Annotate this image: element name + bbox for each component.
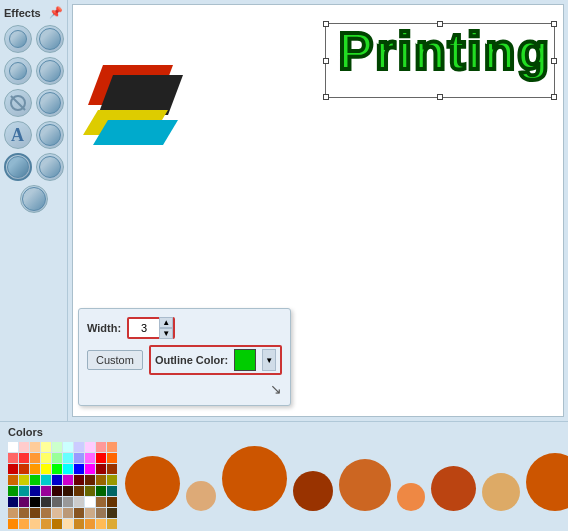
color-cell[interactable] — [52, 508, 62, 518]
color-cell[interactable] — [41, 464, 51, 474]
color-circle[interactable] — [482, 473, 520, 511]
tool-text[interactable]: A — [4, 121, 32, 149]
color-cell[interactable] — [96, 486, 106, 496]
width-input[interactable] — [129, 322, 159, 334]
color-cell[interactable] — [85, 453, 95, 463]
color-circle[interactable] — [222, 446, 287, 511]
color-dropdown[interactable]: ▼ — [262, 349, 276, 371]
width-down[interactable]: ▼ — [159, 328, 173, 339]
color-cell[interactable] — [107, 475, 117, 485]
color-cell[interactable] — [8, 464, 18, 474]
color-cell[interactable] — [107, 508, 117, 518]
color-cell[interactable] — [30, 519, 40, 529]
color-cell[interactable] — [63, 497, 73, 507]
color-cell[interactable] — [8, 508, 18, 518]
color-cell[interactable] — [85, 475, 95, 485]
color-cell[interactable] — [74, 497, 84, 507]
color-cell[interactable] — [30, 486, 40, 496]
color-cell[interactable] — [30, 464, 40, 474]
tool-circle-5[interactable] — [36, 89, 64, 117]
color-circle[interactable] — [186, 481, 216, 511]
color-cell[interactable] — [96, 508, 106, 518]
color-cell[interactable] — [74, 508, 84, 518]
color-cell[interactable] — [8, 453, 18, 463]
tool-circle-1[interactable] — [4, 25, 32, 53]
color-cell[interactable] — [96, 475, 106, 485]
color-swatch[interactable] — [234, 349, 256, 371]
color-cell[interactable] — [41, 486, 51, 496]
color-cell[interactable] — [63, 519, 73, 529]
color-cell[interactable] — [19, 442, 29, 452]
color-cell[interactable] — [30, 497, 40, 507]
color-circle[interactable] — [431, 466, 476, 511]
color-cell[interactable] — [74, 486, 84, 496]
color-circle[interactable] — [125, 456, 180, 511]
custom-button[interactable]: Custom — [87, 350, 143, 370]
color-cell[interactable] — [19, 475, 29, 485]
color-circle[interactable] — [339, 459, 391, 511]
color-cell[interactable] — [107, 519, 117, 529]
color-cell[interactable] — [19, 486, 29, 496]
color-circle[interactable] — [293, 471, 333, 511]
color-cell[interactable] — [85, 497, 95, 507]
color-cell[interactable] — [41, 442, 51, 452]
color-cell[interactable] — [74, 519, 84, 529]
tool-circle-4[interactable] — [36, 57, 64, 85]
color-cell[interactable] — [96, 464, 106, 474]
color-cell[interactable] — [52, 453, 62, 463]
color-cell[interactable] — [74, 464, 84, 474]
color-cell[interactable] — [41, 453, 51, 463]
color-cell[interactable] — [52, 519, 62, 529]
color-cell[interactable] — [63, 464, 73, 474]
color-cell[interactable] — [19, 453, 29, 463]
color-cell[interactable] — [74, 453, 84, 463]
color-cell[interactable] — [30, 508, 40, 518]
color-cell[interactable] — [85, 519, 95, 529]
color-cell[interactable] — [96, 453, 106, 463]
color-cell[interactable] — [52, 464, 62, 474]
tool-circle-8[interactable] — [36, 153, 64, 181]
color-cell[interactable] — [107, 442, 117, 452]
color-cell[interactable] — [96, 497, 106, 507]
color-cell[interactable] — [30, 442, 40, 452]
color-cell[interactable] — [19, 464, 29, 474]
color-cell[interactable] — [8, 519, 18, 529]
color-cell[interactable] — [74, 475, 84, 485]
color-cell[interactable] — [63, 453, 73, 463]
color-cell[interactable] — [96, 442, 106, 452]
color-cell[interactable] — [8, 442, 18, 452]
color-cell[interactable] — [19, 497, 29, 507]
tool-no[interactable] — [4, 89, 32, 117]
tool-circle-3[interactable] — [4, 57, 32, 85]
color-cell[interactable] — [85, 464, 95, 474]
color-cell[interactable] — [52, 497, 62, 507]
color-cell[interactable] — [107, 453, 117, 463]
color-cell[interactable] — [52, 475, 62, 485]
color-cell[interactable] — [19, 508, 29, 518]
color-cell[interactable] — [85, 508, 95, 518]
color-cell[interactable] — [30, 475, 40, 485]
color-cell[interactable] — [63, 475, 73, 485]
color-cell[interactable] — [85, 442, 95, 452]
color-circle[interactable] — [397, 483, 425, 511]
color-circle[interactable] — [526, 453, 568, 511]
color-cell[interactable] — [41, 497, 51, 507]
color-cell[interactable] — [107, 464, 117, 474]
color-cell[interactable] — [107, 486, 117, 496]
tool-circle-6[interactable] — [36, 121, 64, 149]
color-cell[interactable] — [41, 519, 51, 529]
color-cell[interactable] — [52, 486, 62, 496]
color-cell[interactable] — [19, 519, 29, 529]
tool-circle-7[interactable] — [4, 153, 32, 181]
tool-circle-9[interactable] — [20, 185, 48, 213]
tool-circle-2[interactable] — [36, 25, 64, 53]
color-cell[interactable] — [30, 453, 40, 463]
color-cell[interactable] — [85, 486, 95, 496]
color-cell[interactable] — [63, 508, 73, 518]
color-cell[interactable] — [8, 486, 18, 496]
color-cell[interactable] — [41, 475, 51, 485]
width-up[interactable]: ▲ — [159, 317, 173, 328]
color-cell[interactable] — [107, 497, 117, 507]
color-cell[interactable] — [96, 519, 106, 529]
color-cell[interactable] — [41, 508, 51, 518]
